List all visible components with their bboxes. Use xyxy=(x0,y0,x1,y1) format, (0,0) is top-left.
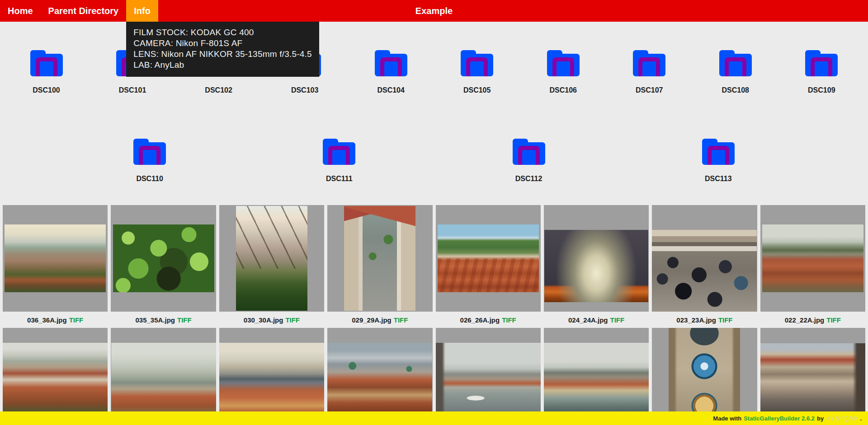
folder-icon xyxy=(631,47,667,76)
folder-label: DSC106 xyxy=(524,86,603,94)
format-badge: TIFF xyxy=(285,316,300,324)
photo-caption: 026_26A.jpgTIFF xyxy=(436,316,541,324)
format-badge: TIFF xyxy=(502,316,516,324)
filename-label: 026_26A.jpg xyxy=(460,316,500,324)
photo-castle-skyline-over-river xyxy=(544,343,649,420)
photo-caption: 022_22A.jpgTIFF xyxy=(760,316,865,324)
photo-thumbnail[interactable] xyxy=(436,205,541,312)
nav-item-info[interactable]: InfoFILM STOCK: KODAK GC 400CAMERA: Niko… xyxy=(126,0,158,22)
folder-item-dsc100[interactable]: DSC100 xyxy=(7,47,86,94)
tooltip-line: LAB: AnyLab xyxy=(133,60,312,70)
nav-item-parent-directory[interactable]: Parent Directory xyxy=(41,0,127,22)
folder-label: DSC102 xyxy=(179,86,259,94)
folder-item-dsc107[interactable]: DSC107 xyxy=(609,47,689,94)
folder-item-dsc109[interactable]: DSC109 xyxy=(782,47,861,94)
filename-label: 036_36A.jpg xyxy=(27,316,67,324)
nav-item-home[interactable]: Home xyxy=(0,0,41,22)
folder-label: DSC103 xyxy=(265,86,344,94)
photo-gallery: 036_36A.jpgTIFF 035_35A.jpgTIFF 030_30A.… xyxy=(0,203,868,425)
top-nav: Home Parent Directory InfoFILM STOCK: KO… xyxy=(0,0,868,22)
folder-icon xyxy=(28,47,65,76)
folder-label: DSC110 xyxy=(110,174,189,183)
folder-label: DSC108 xyxy=(696,86,775,94)
info-tooltip: FILM STOCK: KODAK GC 400CAMERA: Nikon F-… xyxy=(126,22,319,77)
photo-thumbnail[interactable] xyxy=(544,328,649,425)
tooltip-line: LENS: Nikon AF NIKKOR 35-135mm f/3.5-4.5 xyxy=(133,49,312,60)
photo-thumbnail[interactable] xyxy=(327,205,432,312)
photo-caption: 036_36A.jpgTIFF xyxy=(3,316,108,324)
photo-thumbnail[interactable] xyxy=(219,205,324,312)
format-badge: TIFF xyxy=(177,316,192,324)
folder-item-dsc111[interactable]: DSC111 xyxy=(299,135,379,183)
filename-label: 030_30A.jpg xyxy=(244,316,283,324)
photo-thumbnail[interactable] xyxy=(327,328,432,425)
photo-hilltop-trees-over-hazy-city xyxy=(236,206,307,311)
photo-prague-castle-and-red-roofs xyxy=(3,343,108,420)
photo-charles-bridge-statue-and-river-boat xyxy=(436,343,541,420)
photo-thumbnail[interactable] xyxy=(3,328,108,425)
folder-item-dsc104[interactable]: DSC104 xyxy=(351,47,431,94)
filename-label: 024_24A.jpg xyxy=(568,316,608,324)
photo-thumbnail[interactable] xyxy=(111,328,216,425)
srgn-brand-link[interactable]: </srgn> xyxy=(826,414,858,422)
photo-caption: 035_35A.jpgTIFF xyxy=(111,316,216,324)
photo-riverfront-buildings-cloudy-sky xyxy=(327,343,432,420)
filename-label: 029_29A.jpg xyxy=(352,316,392,324)
filename-label: 023_23A.jpg xyxy=(676,316,716,324)
folder-icon xyxy=(511,135,547,165)
photo-thumbnail[interactable] xyxy=(760,205,865,312)
photo-thumbnail[interactable] xyxy=(219,328,324,425)
page-title: Example xyxy=(415,0,453,22)
folder-icon xyxy=(545,47,581,76)
format-badge: TIFF xyxy=(610,316,625,324)
folder-label: DSC111 xyxy=(299,174,379,183)
filename-label: 035_35A.jpg xyxy=(135,316,175,324)
photo-thumbnail[interactable] xyxy=(760,328,865,425)
photo-red-rooftops-below-green-hill xyxy=(438,224,539,292)
builder-version-link[interactable]: StaticGalleryBuilder 2.6.2 xyxy=(744,415,815,422)
footer-by: by xyxy=(817,415,824,422)
folder-icon xyxy=(132,135,168,165)
photo-thumbnail[interactable] xyxy=(652,328,757,425)
photo-crowd-in-old-town-square xyxy=(652,230,757,312)
folder-item-dsc108[interactable]: DSC108 xyxy=(696,47,775,94)
tooltip-line: FILM STOCK: KODAK GC 400 xyxy=(133,27,312,38)
photo-thumbnail[interactable] xyxy=(3,205,108,312)
folder-item-dsc112[interactable]: DSC112 xyxy=(489,135,569,183)
folder-label: DSC112 xyxy=(489,174,569,183)
folder-item-dsc106[interactable]: DSC106 xyxy=(524,47,603,94)
format-badge: TIFF xyxy=(718,316,733,324)
folder-label: DSC100 xyxy=(7,86,86,94)
folder-label: DSC107 xyxy=(609,86,689,94)
folder-icon xyxy=(717,47,754,76)
photo-green-tree-foliage-closeup xyxy=(113,224,214,292)
photo-city-bridge-and-rooftops xyxy=(219,343,324,420)
folder-item-dsc105[interactable]: DSC105 xyxy=(437,47,517,94)
photo-thumbnail[interactable] xyxy=(544,205,649,312)
nav-item-label: Parent Directory xyxy=(48,6,119,16)
footer-period: . xyxy=(860,415,862,422)
folder-icon xyxy=(459,47,495,76)
footer-bar: Made with StaticGalleryBuilder 2.6.2 by … xyxy=(0,411,868,425)
folder-label: DSC109 xyxy=(782,86,861,94)
folder-label: DSC105 xyxy=(437,86,517,94)
format-badge: TIFF xyxy=(826,316,841,324)
photo-city-skyline-panorama-with-cathedral xyxy=(5,224,106,292)
photo-aerial-street-between-red-roofs xyxy=(344,206,415,311)
nav-item-label: Info xyxy=(134,6,151,16)
folder-label: DSC101 xyxy=(93,86,172,94)
photo-caption: 023_23A.jpgTIFF xyxy=(652,316,757,324)
photo-thumbnail[interactable] xyxy=(436,328,541,425)
folder-label: DSC113 xyxy=(679,174,758,183)
footer-made-with: Made with xyxy=(713,415,741,422)
photo-misty-city-river-panorama xyxy=(111,343,216,420)
folder-item-dsc113[interactable]: DSC113 xyxy=(679,135,758,183)
folder-icon xyxy=(321,135,357,165)
format-badge: TIFF xyxy=(69,316,84,324)
folder-item-dsc110[interactable]: DSC110 xyxy=(110,135,189,183)
photo-caption: 024_24A.jpgTIFF xyxy=(544,316,649,324)
photo-tyn-church-illuminated-at-night xyxy=(544,230,648,302)
folder-label: DSC104 xyxy=(351,86,431,94)
photo-thumbnail[interactable] xyxy=(652,205,757,312)
photo-thumbnail[interactable] xyxy=(111,205,216,312)
